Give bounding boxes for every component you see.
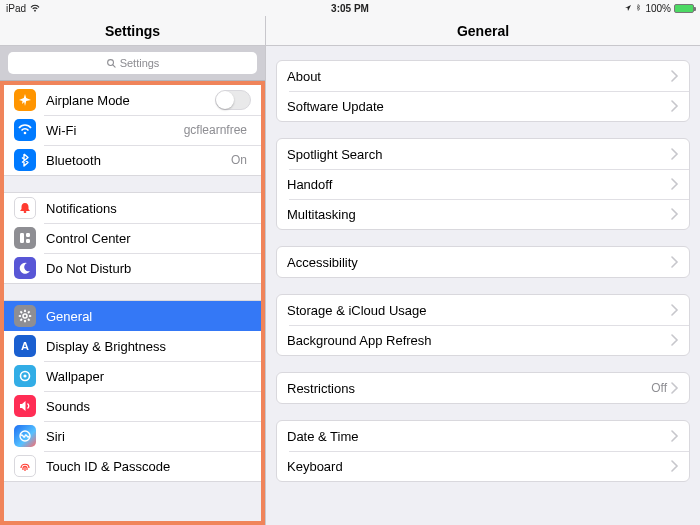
chevron-right-icon <box>671 70 679 82</box>
sidebar-item-label: Notifications <box>46 201 117 216</box>
detail-row-label: About <box>287 69 321 84</box>
detail-row-label: Background App Refresh <box>287 333 432 348</box>
chevron-right-icon <box>671 430 679 442</box>
detail-title: General <box>266 16 700 46</box>
chevron-right-icon <box>671 148 679 160</box>
clock: 3:05 PM <box>331 3 369 14</box>
sidebar-item-notifications[interactable]: Notifications <box>4 193 261 223</box>
detail-row-label: Spotlight Search <box>287 147 382 162</box>
sidebar-item-label: Wi-Fi <box>46 123 76 138</box>
sidebar-item-sounds[interactable]: Sounds <box>4 391 261 421</box>
detail-row[interactable]: Spotlight Search <box>277 139 689 169</box>
detail-row[interactable]: Keyboard <box>277 451 689 481</box>
status-bar: iPad 3:05 PM 100% <box>0 0 700 16</box>
display-icon <box>14 335 36 357</box>
bluetooth-icon <box>14 149 36 171</box>
chevron-right-icon <box>671 208 679 220</box>
controlcenter-icon <box>14 227 36 249</box>
battery-pct: 100% <box>645 3 671 14</box>
search-wrap: Settings <box>0 46 265 81</box>
battery-icon <box>674 4 694 13</box>
detail-row-label: Handoff <box>287 177 332 192</box>
settings-sidebar: Settings Settings Airplane ModeWi-Figcfl… <box>0 16 266 525</box>
detail-row[interactable]: Handoff <box>277 169 689 199</box>
detail-row-value: Off <box>651 381 667 395</box>
sidebar-item-bluetooth[interactable]: BluetoothOn <box>4 145 261 175</box>
siri-icon <box>14 425 36 447</box>
wifi-status-icon <box>30 3 40 14</box>
chevron-right-icon <box>671 460 679 472</box>
location-icon <box>624 3 632 14</box>
wifi-icon <box>14 119 36 141</box>
sidebar-item-label: Bluetooth <box>46 153 101 168</box>
sidebar-item-value: gcflearnfree <box>184 123 247 137</box>
detail-row-label: Software Update <box>287 99 384 114</box>
detail-row-label: Restrictions <box>287 381 355 396</box>
airplane-icon <box>14 89 36 111</box>
gear-icon <box>14 305 36 327</box>
detail-row[interactable]: Storage & iCloud Usage <box>277 295 689 325</box>
sidebar-item-display[interactable]: Display & Brightness <box>4 331 261 361</box>
chevron-right-icon <box>671 256 679 268</box>
search-icon <box>106 58 116 68</box>
sidebar-item-siri[interactable]: Siri <box>4 421 261 451</box>
sidebar-item-label: Siri <box>46 429 65 444</box>
sidebar-title: Settings <box>0 16 265 46</box>
sidebar-item-touchid[interactable]: Touch ID & Passcode <box>4 451 261 481</box>
sidebar-item-label: Wallpaper <box>46 369 104 384</box>
sidebar-item-wallpaper[interactable]: Wallpaper <box>4 361 261 391</box>
detail-row[interactable]: Software Update <box>277 91 689 121</box>
device-label: iPad <box>6 3 26 14</box>
notifications-icon <box>14 197 36 219</box>
airplane-switch[interactable] <box>215 90 251 110</box>
sidebar-item-wifi[interactable]: Wi-Figcflearnfree <box>4 115 261 145</box>
detail-row-label: Multitasking <box>287 207 356 222</box>
sidebar-item-label: Do Not Disturb <box>46 261 131 276</box>
search-input[interactable]: Settings <box>8 52 257 74</box>
sidebar-item-label: Display & Brightness <box>46 339 166 354</box>
detail-row[interactable]: Background App Refresh <box>277 325 689 355</box>
chevron-right-icon <box>671 178 679 190</box>
sidebar-item-value: On <box>231 153 247 167</box>
moon-icon <box>14 257 36 279</box>
chevron-right-icon <box>671 100 679 112</box>
detail-row-label: Storage & iCloud Usage <box>287 303 426 318</box>
detail-row[interactable]: Date & Time <box>277 421 689 451</box>
detail-row[interactable]: About <box>277 61 689 91</box>
detail-pane: General AboutSoftware UpdateSpotlight Se… <box>266 16 700 525</box>
sidebar-item-controlcenter[interactable]: Control Center <box>4 223 261 253</box>
detail-row-label: Accessibility <box>287 255 358 270</box>
sidebar-item-airplane[interactable]: Airplane Mode <box>4 85 261 115</box>
wallpaper-icon <box>14 365 36 387</box>
sidebar-item-dnd[interactable]: Do Not Disturb <box>4 253 261 283</box>
sidebar-item-label: Airplane Mode <box>46 93 130 108</box>
sidebar-item-general[interactable]: General <box>4 301 261 331</box>
bluetooth-status-icon <box>635 2 642 15</box>
detail-row[interactable]: Multitasking <box>277 199 689 229</box>
detail-row[interactable]: RestrictionsOff <box>277 373 689 403</box>
touchid-icon <box>14 455 36 477</box>
chevron-right-icon <box>671 382 679 394</box>
sounds-icon <box>14 395 36 417</box>
detail-row[interactable]: Accessibility <box>277 247 689 277</box>
chevron-right-icon <box>671 334 679 346</box>
search-placeholder: Settings <box>120 57 160 69</box>
sidebar-item-label: Control Center <box>46 231 131 246</box>
sidebar-item-label: General <box>46 309 92 324</box>
sidebar-item-label: Touch ID & Passcode <box>46 459 170 474</box>
detail-row-label: Date & Time <box>287 429 359 444</box>
detail-row-label: Keyboard <box>287 459 343 474</box>
chevron-right-icon <box>671 304 679 316</box>
sidebar-item-label: Sounds <box>46 399 90 414</box>
